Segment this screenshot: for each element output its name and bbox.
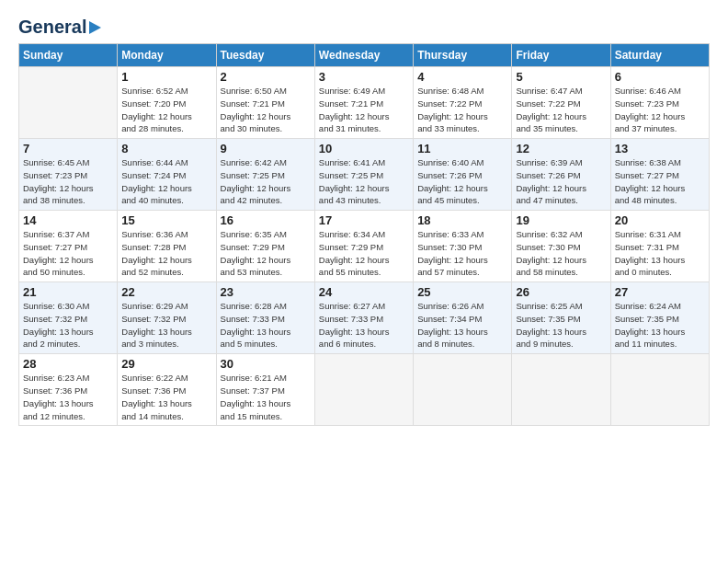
day-info: Sunrise: 6:30 AMSunset: 7:32 PMDaylight:… xyxy=(23,300,113,350)
logo-arrow-icon xyxy=(89,21,101,34)
calendar-cell: 4Sunrise: 6:48 AMSunset: 7:22 PMDaylight… xyxy=(414,67,512,139)
calendar-cell: 26Sunrise: 6:25 AMSunset: 7:35 PMDayligh… xyxy=(512,282,610,354)
calendar-cell xyxy=(414,354,512,426)
day-number: 27 xyxy=(615,285,705,299)
calendar-cell: 25Sunrise: 6:26 AMSunset: 7:34 PMDayligh… xyxy=(414,282,512,354)
day-number: 10 xyxy=(319,142,409,155)
weekday-header-row: SundayMondayTuesdayWednesdayThursdayFrid… xyxy=(19,44,710,67)
day-info: Sunrise: 6:34 AMSunset: 7:29 PMDaylight:… xyxy=(319,228,409,279)
calendar-cell: 21Sunrise: 6:30 AMSunset: 7:32 PMDayligh… xyxy=(19,282,118,354)
day-info: Sunrise: 6:25 AMSunset: 7:35 PMDaylight:… xyxy=(516,300,606,350)
day-info: Sunrise: 6:33 AMSunset: 7:30 PMDaylight:… xyxy=(417,228,507,279)
calendar-cell: 8Sunrise: 6:44 AMSunset: 7:24 PMDaylight… xyxy=(118,139,216,211)
calendar-cell: 17Sunrise: 6:34 AMSunset: 7:29 PMDayligh… xyxy=(314,211,413,282)
weekday-header-sunday: Sunday xyxy=(19,44,118,67)
day-info: Sunrise: 6:47 AMSunset: 7:22 PMDaylight:… xyxy=(516,85,606,135)
day-number: 19 xyxy=(516,213,606,227)
day-number: 17 xyxy=(319,213,409,227)
day-info: Sunrise: 6:21 AMSunset: 7:37 PMDaylight:… xyxy=(221,372,311,422)
week-row-1: 1Sunrise: 6:52 AMSunset: 7:20 PMDaylight… xyxy=(19,67,710,139)
calendar-cell: 2Sunrise: 6:50 AMSunset: 7:21 PMDaylight… xyxy=(216,67,314,139)
calendar-cell: 15Sunrise: 6:36 AMSunset: 7:28 PMDayligh… xyxy=(118,211,216,282)
day-info: Sunrise: 6:45 AMSunset: 7:23 PMDaylight:… xyxy=(23,156,113,207)
calendar-cell xyxy=(314,354,413,426)
calendar-cell: 29Sunrise: 6:22 AMSunset: 7:36 PMDayligh… xyxy=(118,354,216,426)
calendar-cell xyxy=(19,67,118,139)
calendar-cell: 3Sunrise: 6:49 AMSunset: 7:21 PMDaylight… xyxy=(314,67,413,139)
day-number: 11 xyxy=(417,142,507,155)
day-info: Sunrise: 6:28 AMSunset: 7:33 PMDaylight:… xyxy=(221,300,311,350)
calendar-cell xyxy=(610,354,709,426)
weekday-header-monday: Monday xyxy=(118,44,216,67)
day-number: 6 xyxy=(615,70,705,84)
week-row-4: 21Sunrise: 6:30 AMSunset: 7:32 PMDayligh… xyxy=(19,282,710,354)
day-info: Sunrise: 6:32 AMSunset: 7:30 PMDaylight:… xyxy=(516,228,606,279)
day-info: Sunrise: 6:31 AMSunset: 7:31 PMDaylight:… xyxy=(615,228,705,279)
calendar-cell: 14Sunrise: 6:37 AMSunset: 7:27 PMDayligh… xyxy=(19,211,118,282)
day-info: Sunrise: 6:50 AMSunset: 7:21 PMDaylight:… xyxy=(221,85,311,135)
week-row-3: 14Sunrise: 6:37 AMSunset: 7:27 PMDayligh… xyxy=(19,211,710,282)
calendar-cell: 22Sunrise: 6:29 AMSunset: 7:32 PMDayligh… xyxy=(118,282,216,354)
day-info: Sunrise: 6:39 AMSunset: 7:26 PMDaylight:… xyxy=(516,156,606,207)
calendar-cell: 10Sunrise: 6:41 AMSunset: 7:25 PMDayligh… xyxy=(314,139,413,211)
day-number: 15 xyxy=(121,213,211,227)
day-number: 4 xyxy=(417,70,507,84)
day-info: Sunrise: 6:42 AMSunset: 7:25 PMDaylight:… xyxy=(221,156,311,207)
day-info: Sunrise: 6:46 AMSunset: 7:23 PMDaylight:… xyxy=(615,85,705,135)
day-number: 29 xyxy=(121,357,211,371)
day-number: 5 xyxy=(516,70,606,84)
day-info: Sunrise: 6:23 AMSunset: 7:36 PMDaylight:… xyxy=(23,372,113,422)
day-number: 13 xyxy=(615,142,705,155)
day-number: 22 xyxy=(121,285,211,299)
day-number: 1 xyxy=(121,70,211,84)
day-number: 20 xyxy=(615,213,705,227)
calendar-cell: 19Sunrise: 6:32 AMSunset: 7:30 PMDayligh… xyxy=(512,211,610,282)
day-info: Sunrise: 6:26 AMSunset: 7:34 PMDaylight:… xyxy=(417,300,507,350)
day-info: Sunrise: 6:41 AMSunset: 7:25 PMDaylight:… xyxy=(319,156,409,207)
day-number: 21 xyxy=(23,285,113,299)
week-row-2: 7Sunrise: 6:45 AMSunset: 7:23 PMDaylight… xyxy=(19,139,710,211)
day-number: 3 xyxy=(319,70,409,84)
day-number: 16 xyxy=(221,213,311,227)
weekday-header-saturday: Saturday xyxy=(610,44,709,67)
day-number: 28 xyxy=(23,357,113,371)
calendar-cell: 5Sunrise: 6:47 AMSunset: 7:22 PMDaylight… xyxy=(512,67,610,139)
day-number: 23 xyxy=(221,285,311,299)
day-info: Sunrise: 6:37 AMSunset: 7:27 PMDaylight:… xyxy=(23,228,113,279)
calendar-cell: 1Sunrise: 6:52 AMSunset: 7:20 PMDaylight… xyxy=(118,67,216,139)
week-row-5: 28Sunrise: 6:23 AMSunset: 7:36 PMDayligh… xyxy=(19,354,710,426)
calendar-cell: 18Sunrise: 6:33 AMSunset: 7:30 PMDayligh… xyxy=(414,211,512,282)
calendar-cell: 24Sunrise: 6:27 AMSunset: 7:33 PMDayligh… xyxy=(314,282,413,354)
day-info: Sunrise: 6:24 AMSunset: 7:35 PMDaylight:… xyxy=(615,300,705,350)
day-number: 26 xyxy=(516,285,606,299)
day-info: Sunrise: 6:36 AMSunset: 7:28 PMDaylight:… xyxy=(121,228,211,279)
day-number: 7 xyxy=(23,142,113,155)
logo-text-general: General xyxy=(18,17,86,38)
weekday-header-friday: Friday xyxy=(512,44,610,67)
calendar-cell: 6Sunrise: 6:46 AMSunset: 7:23 PMDaylight… xyxy=(610,67,709,139)
day-number: 18 xyxy=(417,213,507,227)
day-number: 2 xyxy=(221,70,311,84)
calendar-cell: 28Sunrise: 6:23 AMSunset: 7:36 PMDayligh… xyxy=(19,354,118,426)
weekday-header-thursday: Thursday xyxy=(414,44,512,67)
weekday-header-tuesday: Tuesday xyxy=(216,44,314,67)
day-number: 8 xyxy=(121,142,211,155)
logo: General xyxy=(18,17,101,34)
calendar-cell: 20Sunrise: 6:31 AMSunset: 7:31 PMDayligh… xyxy=(610,211,709,282)
day-info: Sunrise: 6:29 AMSunset: 7:32 PMDaylight:… xyxy=(121,300,211,350)
calendar-table: SundayMondayTuesdayWednesdayThursdayFrid… xyxy=(18,43,710,426)
day-info: Sunrise: 6:22 AMSunset: 7:36 PMDaylight:… xyxy=(121,372,211,422)
day-info: Sunrise: 6:49 AMSunset: 7:21 PMDaylight:… xyxy=(319,85,409,135)
calendar-cell: 23Sunrise: 6:28 AMSunset: 7:33 PMDayligh… xyxy=(216,282,314,354)
calendar-cell: 30Sunrise: 6:21 AMSunset: 7:37 PMDayligh… xyxy=(216,354,314,426)
day-info: Sunrise: 6:52 AMSunset: 7:20 PMDaylight:… xyxy=(121,85,211,135)
day-info: Sunrise: 6:35 AMSunset: 7:29 PMDaylight:… xyxy=(221,228,311,279)
weekday-header-wednesday: Wednesday xyxy=(314,44,413,67)
day-info: Sunrise: 6:40 AMSunset: 7:26 PMDaylight:… xyxy=(417,156,507,207)
day-number: 25 xyxy=(417,285,507,299)
calendar-cell: 27Sunrise: 6:24 AMSunset: 7:35 PMDayligh… xyxy=(610,282,709,354)
day-number: 9 xyxy=(221,142,311,155)
page-header: General xyxy=(18,17,710,34)
day-info: Sunrise: 6:27 AMSunset: 7:33 PMDaylight:… xyxy=(319,300,409,350)
calendar-cell: 16Sunrise: 6:35 AMSunset: 7:29 PMDayligh… xyxy=(216,211,314,282)
